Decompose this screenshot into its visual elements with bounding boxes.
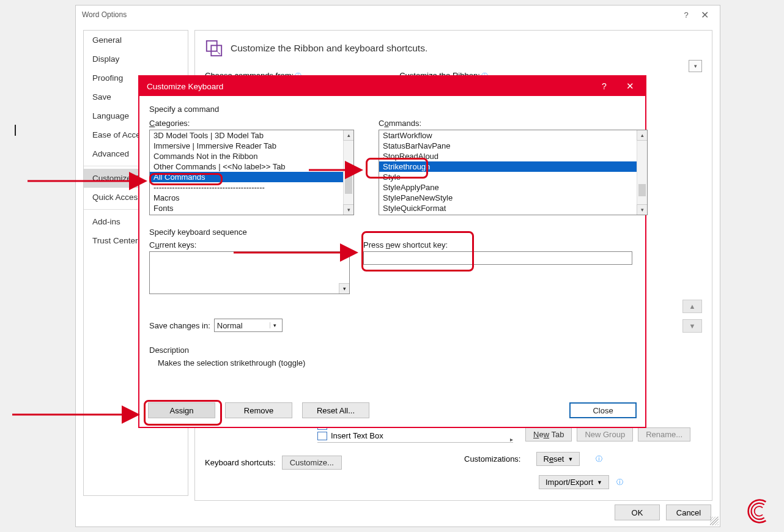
ck-title: Customize Keyboard [147, 82, 591, 91]
insert-text-box-icon [317, 432, 327, 440]
save-changes-in-label: Save changes in: [149, 321, 210, 330]
info-icon[interactable]: ⓘ [596, 454, 602, 464]
list-item[interactable]: ----------------------------------------… [150, 182, 353, 193]
ck-close-icon[interactable]: ✕ [617, 76, 643, 96]
customize-keyboard-dialog: Customize Keyboard ? ✕ Specify a command… [138, 75, 646, 428]
sidebar-item-display[interactable]: Display [84, 50, 188, 68]
list-item[interactable]: Fonts [150, 203, 353, 213]
ok-button[interactable]: OK [615, 504, 660, 520]
list-item[interactable]: Insert Text Box [317, 430, 513, 441]
info-icon[interactable]: ⓘ [616, 478, 623, 487]
customizations-label: Customizations: [464, 454, 520, 464]
description-text: Makes the selection strikethrough (toggl… [149, 358, 635, 368]
list-item[interactable]: Immersive | Immersive Reader Tab [150, 141, 353, 151]
list-item[interactable]: StyleApplyPane [379, 182, 647, 193]
keyboard-shortcuts-label: Keyboard shortcuts: [205, 458, 276, 467]
current-keys-label: Current keys: [149, 240, 339, 249]
reset-dropdown[interactable]: Reset▼ [536, 452, 580, 466]
rename-button[interactable]: Rename... [638, 427, 690, 441]
move-down-button[interactable]: ▼ [682, 319, 702, 333]
list-item[interactable]: StartWorkflow [379, 130, 647, 141]
list-item[interactable]: All Commands [150, 172, 353, 182]
close-button[interactable]: Close [569, 402, 637, 418]
list-item[interactable]: StatusBarNavPane [379, 141, 647, 151]
resize-grip-icon[interactable] [710, 517, 719, 525]
specify-command-label: Specify a command [149, 105, 635, 114]
press-new-shortcut-input[interactable] [363, 251, 632, 265]
list-item[interactable]: Macros [150, 193, 353, 203]
reorder-controls: ▲ ▼ [682, 300, 702, 333]
scroll-right-icon[interactable]: ▸ [510, 436, 513, 443]
word-options-close-icon[interactable]: ✕ [695, 9, 714, 21]
reset-all-button[interactable]: Reset All... [302, 402, 369, 418]
assign-button[interactable]: Assign [148, 402, 215, 418]
list-item[interactable]: StopReadAloud [379, 151, 647, 161]
categories-label: Categories: [149, 119, 354, 128]
remove-button[interactable]: Remove [225, 402, 292, 418]
text-cursor [15, 125, 16, 136]
list-item[interactable]: Style [379, 172, 647, 182]
list-item[interactable]: StylePaneNewStyle [379, 193, 647, 203]
customize-ribbon-heading: Customize the Ribbon and keyboard shortc… [231, 43, 427, 54]
scroll-down-icon[interactable]: ▾ [339, 283, 349, 294]
word-options-title: Word Options [82, 10, 677, 19]
chevron-down-icon: ▾ [270, 322, 279, 328]
press-new-label: Press new shortcut key: [363, 240, 632, 249]
list-item[interactable]: 3D Model Tools | 3D Model Tab [150, 130, 353, 141]
scroll-up-icon[interactable]: ▴ [637, 130, 647, 141]
scroll-down-icon[interactable]: ▾ [343, 204, 353, 215]
scroll-up-icon[interactable]: ▴ [343, 130, 353, 141]
categories-listbox[interactable]: ▴ ▾ 3D Model Tools | 3D Model TabImmersi… [149, 130, 354, 215]
save-changes-in-dropdown[interactable]: Normal ▾ [214, 319, 283, 332]
specify-sequence-label: Specify keyboard sequence [149, 227, 635, 237]
list-item[interactable]: StyleQuickFormat [379, 203, 647, 213]
customize-ribbon-icon [205, 39, 223, 57]
new-group-button[interactable]: New Group [577, 427, 633, 441]
import-export-dropdown[interactable]: Import/Export▼ [539, 475, 609, 489]
ck-titlebar: Customize Keyboard ? ✕ [139, 76, 645, 96]
customize-shortcuts-button[interactable]: Customize... [282, 456, 342, 470]
word-options-help-icon[interactable]: ? [677, 10, 695, 20]
commands-label: Commands: [379, 119, 635, 128]
cancel-button[interactable]: Cancel [666, 504, 711, 520]
commands-listbox[interactable]: ▴ ▾ StartWorkflowStatusBarNavPaneStopRea… [379, 130, 648, 215]
description-label: Description [149, 345, 635, 355]
new-tab-button[interactable]: New New TabTab [525, 427, 572, 441]
list-item[interactable]: Commands Not in the Ribbon [150, 151, 353, 161]
current-keys-listbox[interactable]: ▾ [149, 251, 350, 294]
ck-help-icon[interactable]: ? [591, 76, 617, 96]
sidebar-item-general[interactable]: General [84, 31, 188, 50]
scroll-down-icon[interactable]: ▾ [637, 204, 647, 215]
move-up-button[interactable]: ▲ [682, 300, 702, 313]
watermark-icon [745, 498, 772, 525]
list-item[interactable]: Other Commands | <<No label>> Tab [150, 161, 353, 172]
ribbon-tabs-dropdown-arrow[interactable]: ▾ [689, 60, 702, 72]
list-item[interactable]: Strikethrough [379, 161, 647, 172]
word-options-titlebar: Word Options ? ✕ [76, 6, 720, 24]
